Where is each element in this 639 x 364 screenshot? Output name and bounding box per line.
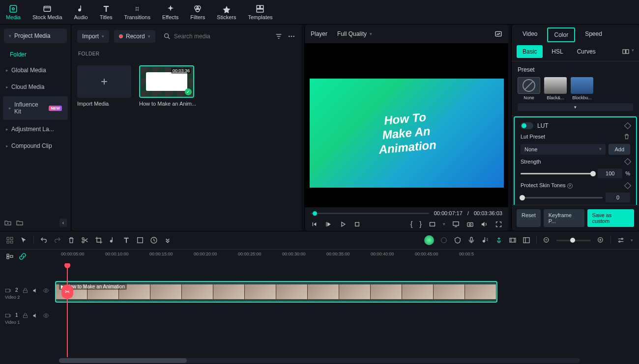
sidebar-item-compound-clip[interactable]: ▸Compound Clip (0, 138, 71, 154)
keyframe-icon[interactable] (624, 182, 631, 189)
timeline-ruler[interactable]: 00:00:05:0000:00:10:0000:00:15:0000:00:2… (31, 250, 633, 263)
subtab-hsl[interactable]: HSL (547, 46, 568, 57)
lock-icon[interactable] (22, 287, 29, 294)
grid-icon[interactable] (6, 236, 14, 244)
nav-templates[interactable]: Templates (242, 0, 278, 24)
panel-icon[interactable] (523, 236, 530, 244)
mute-icon[interactable] (32, 312, 39, 319)
track-video-icon[interactable] (5, 287, 11, 294)
keyframe-panel-button[interactable]: Keyframe P... (544, 209, 584, 227)
audio-sync-icon[interactable] (481, 236, 489, 244)
track-body[interactable] (55, 308, 639, 328)
link-icon[interactable] (19, 252, 27, 260)
import-media-tile[interactable]: + Import Media (77, 65, 131, 107)
search-input[interactable] (174, 33, 267, 40)
music-icon[interactable] (109, 236, 116, 244)
lut-toggle[interactable] (521, 122, 533, 129)
zoom-thumb[interactable] (570, 238, 575, 243)
prev-frame-icon[interactable] (311, 221, 318, 228)
nav-stock-media[interactable]: Stock Media (27, 0, 68, 24)
folder-icon[interactable] (16, 219, 24, 227)
frame-icon[interactable] (136, 236, 144, 244)
more-tools-icon[interactable] (164, 236, 172, 244)
lut-preset-select[interactable]: None▾ (521, 144, 606, 155)
render-icon[interactable] (509, 236, 517, 244)
text-icon[interactable] (122, 236, 130, 244)
keyframe-tool-icon[interactable] (440, 236, 448, 244)
nav-transitions[interactable]: Transitions (118, 0, 156, 24)
more-icon[interactable] (288, 32, 295, 40)
pointer-icon[interactable] (20, 236, 28, 244)
chevron-down-icon[interactable]: ▾ (443, 222, 445, 226)
keyframe-icon[interactable] (624, 158, 631, 165)
sidebar-item-influence-kit[interactable]: ▸Influence KitNEW (3, 96, 68, 120)
collapse-sidebar-button[interactable]: ‹ (59, 219, 67, 227)
import-dropdown[interactable]: Import▾ (77, 30, 109, 43)
undo-icon[interactable] (40, 236, 48, 244)
redo-icon[interactable] (54, 236, 61, 244)
snapshot-icon[interactable] (494, 30, 502, 38)
nav-stickers[interactable]: Stickers (211, 0, 242, 24)
tab-speed[interactable]: Speed (579, 28, 608, 42)
preset-bw[interactable]: Black&... (544, 77, 567, 100)
play-icon[interactable] (339, 221, 347, 228)
camera-icon[interactable] (466, 221, 474, 228)
visibility-icon[interactable] (43, 287, 49, 294)
slider-thumb[interactable] (590, 171, 596, 176)
scrub-handle[interactable] (313, 211, 317, 216)
adjust-icon[interactable] (617, 236, 625, 244)
add-lut-button[interactable]: Add (609, 144, 630, 155)
scissor-icon[interactable]: ✂ (61, 285, 73, 299)
skin-value[interactable]: 0 (606, 193, 630, 202)
reset-button[interactable]: Reset (517, 209, 541, 227)
display-icon[interactable] (452, 221, 460, 228)
sidebar-item-adjustment-layer[interactable]: ▸Adjustment La... (0, 121, 71, 138)
nav-audio[interactable]: Audio (68, 0, 94, 24)
nav-effects[interactable]: Effects (156, 0, 184, 24)
timeline-scrollbar[interactable] (59, 358, 580, 363)
mark-out-icon[interactable]: } (419, 220, 422, 228)
lock-icon[interactable] (22, 312, 29, 319)
tab-color[interactable]: Color (547, 28, 575, 42)
media-clip-tile[interactable]: 00:03:36 ✓ How to Make an Anim... (139, 65, 196, 107)
nav-media[interactable]: Media (0, 0, 27, 24)
zoom-slider[interactable] (556, 240, 591, 241)
trash-icon[interactable] (623, 133, 630, 140)
track-video-icon[interactable] (5, 312, 11, 319)
strength-slider[interactable] (521, 173, 595, 174)
playhead[interactable]: ✂ (67, 263, 68, 357)
info-icon[interactable]: ? (567, 183, 573, 189)
scrollbar-thumb[interactable] (59, 358, 187, 363)
ratio-icon[interactable] (429, 221, 436, 228)
crop-icon[interactable] (95, 236, 103, 244)
sidebar-item-cloud-media[interactable]: ▸Cloud Media (0, 79, 71, 95)
preview-viewport[interactable]: How To Make An Animation (305, 43, 508, 207)
volume-icon[interactable] (481, 221, 488, 228)
split-icon[interactable] (81, 236, 89, 244)
chevron-down-icon[interactable]: ▾ (632, 48, 634, 56)
folder-item[interactable]: Folder (0, 47, 71, 62)
delete-icon[interactable] (67, 236, 75, 244)
keyframe-icon[interactable] (624, 122, 631, 129)
play-pause-icon[interactable] (325, 221, 332, 228)
fullscreen-icon[interactable] (495, 221, 502, 228)
mic-icon[interactable] (467, 236, 475, 244)
expand-presets[interactable]: ▾ (518, 103, 633, 111)
visibility-icon[interactable] (43, 312, 49, 319)
chevron-down-icon[interactable]: ▾ (631, 238, 633, 243)
slider-thumb[interactable] (520, 195, 525, 200)
quality-dropdown[interactable]: Full Quality▾ (333, 28, 376, 39)
record-dropdown[interactable]: Record▾ (114, 30, 155, 43)
marker-tool-icon[interactable] (495, 236, 503, 244)
mark-in-icon[interactable]: { (410, 220, 413, 228)
track-group-icon[interactable] (6, 252, 14, 260)
ai-avatar-icon[interactable] (424, 235, 434, 245)
zoom-out-icon[interactable] (543, 236, 551, 244)
nav-titles[interactable]: Titles (94, 0, 118, 24)
mask-icon[interactable] (454, 236, 462, 244)
subtab-basic[interactable]: Basic (517, 45, 543, 58)
speed-icon[interactable] (150, 236, 158, 244)
nav-filters[interactable]: Filters (184, 0, 211, 24)
compare-icon[interactable] (622, 48, 630, 56)
timeline-clip[interactable]: ▶ How to Make an Animation (55, 281, 497, 303)
